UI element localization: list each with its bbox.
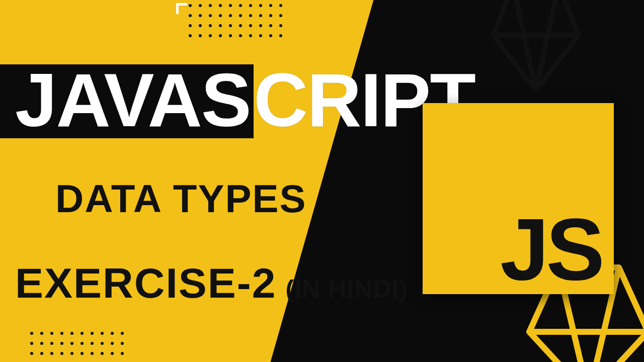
exercise-row: EXERCISE-2 (IN HINDI) [15,259,408,308]
js-logo-badge: JS [423,103,614,294]
exercise-label: EXERCISE-2 [15,259,277,308]
title-part-1: JAVAS [0,64,254,138]
main-title: JAVAS CRIPT [0,64,475,138]
subtitle-text: DATA TYPES [55,176,307,222]
js-logo-text: JS [500,205,602,293]
language-note: (IN HINDI) [286,275,408,304]
crystal-outline-top [483,0,589,96]
dot-grid-bottom [30,332,125,356]
svg-marker-0 [493,0,579,90]
thumbnail-canvas: JAVAS CRIPT DATA TYPES EXERCISE-2 (IN HI… [0,0,644,362]
corner-bracket-icon [176,3,187,14]
dot-grid-top [189,4,283,38]
